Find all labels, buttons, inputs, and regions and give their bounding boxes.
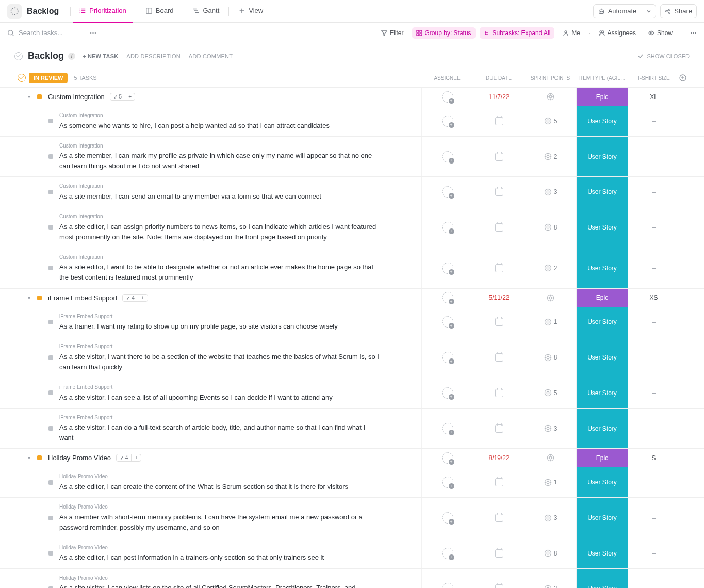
cell-assignee[interactable] xyxy=(421,88,473,106)
add-description-button[interactable]: ADD DESCRIPTION xyxy=(126,53,180,59)
cell-tshirt[interactable]: – xyxy=(628,106,679,136)
cell-sprint-points[interactable] xyxy=(525,289,576,307)
parent-task-name[interactable]: Custom Integration xyxy=(59,111,330,120)
cell-tshirt[interactable]: – xyxy=(628,137,679,177)
cell-tshirt[interactable]: – xyxy=(628,538,679,568)
task-row-story[interactable]: iFrame Embed Support As a trainer, I wan… xyxy=(0,307,704,338)
subtasks-button[interactable]: Subtasks: Expand All xyxy=(480,27,555,39)
status-square[interactable] xyxy=(48,119,53,123)
cell-tshirt[interactable]: S xyxy=(628,449,679,467)
cell-due-date[interactable] xyxy=(473,569,525,588)
cell-sprint-points[interactable]: 3 xyxy=(525,498,576,538)
cell-assignee[interactable] xyxy=(421,498,473,538)
new-task-button[interactable]: + NEW TASK xyxy=(83,53,118,59)
assignee-avatar-placeholder[interactable] xyxy=(442,116,453,127)
status-square[interactable] xyxy=(48,551,53,556)
cell-item-type[interactable]: User Story xyxy=(576,177,628,207)
cell-item-type[interactable]: User Story xyxy=(576,409,628,449)
cell-tshirt[interactable]: – xyxy=(628,207,679,248)
task-name[interactable]: iFrame Embed Support xyxy=(48,294,117,302)
space-name[interactable]: Backlog xyxy=(27,7,59,16)
assignee-avatar-placeholder[interactable] xyxy=(442,222,453,233)
assignee-avatar-placeholder[interactable] xyxy=(442,316,453,328)
parent-task-name[interactable]: Custom Integration xyxy=(59,213,379,221)
task-row-epic[interactable]: ▾ iFrame Embed Support ⤤ 4+ 5/11/22 Epic… xyxy=(0,289,704,307)
cell-due-date[interactable] xyxy=(473,467,525,497)
status-square[interactable] xyxy=(48,154,53,159)
cell-sprint-points[interactable]: 3 xyxy=(525,177,576,207)
assignees-button[interactable]: Assignees xyxy=(595,27,640,39)
automate-button[interactable]: Automate xyxy=(593,4,657,18)
assignee-avatar-placeholder[interactable] xyxy=(442,352,453,363)
cell-due-date[interactable] xyxy=(473,248,525,288)
cell-item-type[interactable]: User Story xyxy=(576,337,628,378)
cell-due-date[interactable] xyxy=(473,337,525,378)
assignee-avatar-placeholder[interactable] xyxy=(442,583,453,588)
col-item-type[interactable]: ITEM TYPE (AGIL… xyxy=(576,75,628,81)
assignee-avatar-placeholder[interactable] xyxy=(442,512,453,524)
cell-sprint-points[interactable]: 3 xyxy=(525,409,576,449)
cell-due-date[interactable] xyxy=(473,177,525,207)
task-name[interactable]: As a site member, I can send an email to… xyxy=(59,191,321,202)
task-row-story[interactable]: Custom Integration As a site editor, I w… xyxy=(0,248,704,289)
cell-tshirt[interactable]: – xyxy=(628,307,679,337)
task-row-epic[interactable]: ▾ Holiday Promo Video ⤤ 4+ 8/19/22 Epic … xyxy=(0,449,704,467)
subtask-chip[interactable]: ⤤ 4+ xyxy=(116,454,141,462)
task-row-story[interactable]: Custom Integration As a site member, I c… xyxy=(0,137,704,177)
cell-item-type[interactable]: Epic xyxy=(576,88,628,106)
assignee-avatar-placeholder[interactable] xyxy=(442,423,453,434)
task-name[interactable]: As someone who wants to hire, I can post… xyxy=(59,121,330,131)
assignee-avatar-placeholder[interactable] xyxy=(442,548,453,559)
cell-due-date[interactable] xyxy=(473,106,525,136)
more-icon[interactable]: ⋯ xyxy=(690,29,697,37)
col-assignee[interactable]: ASSIGNEE xyxy=(421,75,473,81)
cell-sprint-points[interactable] xyxy=(525,449,576,467)
cell-sprint-points[interactable]: 8 xyxy=(525,207,576,248)
status-square[interactable] xyxy=(37,296,42,300)
cell-tshirt[interactable]: – xyxy=(628,498,679,538)
cell-sprint-points[interactable]: 1 xyxy=(525,467,576,497)
task-row-story[interactable]: Holiday Promo Video As a site editor, I … xyxy=(0,467,704,498)
cell-assignee[interactable] xyxy=(421,177,473,207)
space-logo[interactable] xyxy=(7,4,22,19)
task-row-story[interactable]: Custom Integration As a site member, I c… xyxy=(0,177,704,207)
cell-sprint-points[interactable]: 2 xyxy=(525,248,576,288)
assignee-avatar-placeholder[interactable] xyxy=(442,151,453,162)
cell-item-type[interactable]: User Story xyxy=(576,307,628,337)
task-row-story[interactable]: Holiday Promo Video As a site editor, I … xyxy=(0,538,704,569)
caret-down-icon[interactable]: ▾ xyxy=(28,295,33,301)
parent-task-name[interactable]: Custom Integration xyxy=(59,253,379,262)
task-row-story[interactable]: Custom Integration As a site editor, I c… xyxy=(0,207,704,248)
tab-gantt[interactable]: Gantt xyxy=(186,0,225,23)
group-by-button[interactable]: Group by: Status xyxy=(412,27,476,39)
cell-sprint-points[interactable]: 1 xyxy=(525,307,576,337)
assignee-avatar-placeholder[interactable] xyxy=(442,477,453,488)
add-subtask-icon[interactable]: + xyxy=(138,295,148,301)
task-name[interactable]: Custom Integration xyxy=(48,93,105,101)
cell-assignee[interactable] xyxy=(421,569,473,588)
parent-task-name[interactable]: iFrame Embed Support xyxy=(59,383,333,391)
task-name[interactable]: As a site member, I can mark my profile … xyxy=(59,151,379,171)
parent-task-name[interactable]: iFrame Embed Support xyxy=(59,313,338,321)
status-square[interactable] xyxy=(48,390,53,395)
parent-task-name[interactable]: iFrame Embed Support xyxy=(59,342,379,351)
status-square[interactable] xyxy=(48,190,53,194)
parent-task-name[interactable]: Custom Integration xyxy=(59,142,379,150)
cell-due-date[interactable] xyxy=(473,207,525,248)
cell-assignee[interactable] xyxy=(421,378,473,408)
assignee-avatar-placeholder[interactable] xyxy=(442,263,453,274)
status-square[interactable] xyxy=(48,355,53,360)
task-name[interactable]: As a site editor, I want to be able to d… xyxy=(59,262,379,283)
more-icon[interactable]: ⋯ xyxy=(90,29,96,37)
list-title[interactable]: Backlog xyxy=(28,51,64,61)
status-square[interactable] xyxy=(48,516,53,520)
status-square[interactable] xyxy=(48,320,53,324)
task-name[interactable]: As a site editor, I can assign priority … xyxy=(59,222,379,242)
col-due-date[interactable]: DUE DATE xyxy=(473,75,525,81)
task-name[interactable]: As a site visitor, I can view lists on t… xyxy=(59,583,379,588)
status-badge[interactable]: IN REVIEW xyxy=(29,73,68,83)
tab-board[interactable]: Board xyxy=(139,0,180,23)
cell-sprint-points[interactable]: 5 xyxy=(525,106,576,136)
cell-due-date[interactable]: 8/19/22 xyxy=(473,449,525,467)
task-row-story[interactable]: Custom Integration As someone who wants … xyxy=(0,106,704,137)
